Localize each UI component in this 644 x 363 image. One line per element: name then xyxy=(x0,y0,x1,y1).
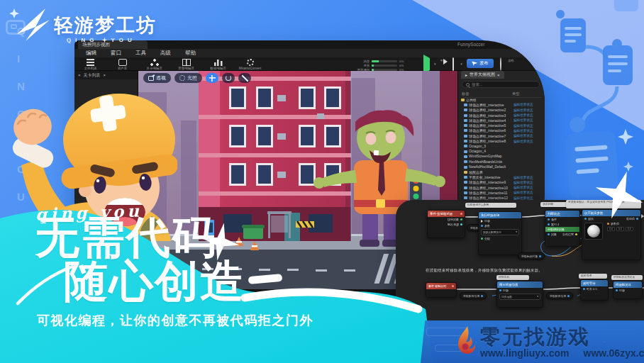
toolbar-button-label: 数据编辑器 xyxy=(202,67,234,70)
outliner-item-name: 球场边界组_interactive7 xyxy=(469,134,512,138)
outliner-row[interactable]: 平面反射_interactive编辑世界状态 xyxy=(460,174,543,179)
cube-icon xyxy=(464,135,467,138)
stop-dropdown-caret[interactable]: ▾ xyxy=(460,62,462,66)
move-icon xyxy=(209,75,216,82)
toolbar-button[interactable]: 关卡编辑器 xyxy=(138,57,170,70)
toolbar-button-label: 关卡编辑器 xyxy=(138,67,170,70)
getter-pill-node[interactable]: 获取配置信息 xyxy=(460,292,487,299)
toolbar-button[interactable]: 数据编辑器 xyxy=(202,57,234,70)
lighting-pill[interactable]: 光照 xyxy=(174,73,202,83)
outliner-row[interactable]: 球场边界组_interactive8编辑世界状态 xyxy=(460,138,543,143)
scale-tool[interactable] xyxy=(238,73,251,83)
watermark-url[interactable]: www.lingliuyx.com xyxy=(480,347,570,359)
node-comment-bubble: 技能表现节点配置 xyxy=(465,203,516,208)
outliner-row[interactable]: WindScreenGymMap xyxy=(460,154,543,159)
menu-item[interactable]: 工具 xyxy=(135,50,146,57)
toolbar-button-label: MixamoConvert xyxy=(234,67,266,70)
menu-item[interactable]: 编辑 xyxy=(86,50,96,57)
outliner-row[interactable]: 地图边界 xyxy=(460,169,543,174)
action-node[interactable]: 执行移除表现 目标 参数 按默认配置执行▾ 分组 xyxy=(478,211,522,255)
flame-logo-icon xyxy=(456,326,477,354)
outliner-item-name: NewAdHocWall_Default xyxy=(469,165,512,169)
cube-icon xyxy=(464,145,467,147)
toolbar-buttons: 文件列表资产库关卡编辑器界面编辑器数据编辑器MixamoConvert xyxy=(74,57,266,70)
outliner-row[interactable]: Octagon_3 xyxy=(460,144,543,149)
brand-name: 轻游梦工坊 xyxy=(54,13,157,38)
outliner-row[interactable]: 球场边界组_interactive9编辑世界状态 xyxy=(460,180,543,185)
cube-icon xyxy=(464,114,467,117)
performance-stats: 内存0%变形0%图形调用0% xyxy=(350,59,418,72)
brand-subtitle: QING YOU xyxy=(67,37,136,43)
material-value-box[interactable]: 0.0 xyxy=(626,227,633,231)
headline-line2: 随心创造 xyxy=(64,259,245,303)
outliner-row[interactable]: 球场边界组_interactive11编辑世界状态 xyxy=(460,190,543,195)
debug-icon xyxy=(500,57,501,71)
rotate-tool[interactable] xyxy=(222,73,235,83)
outliner-row[interactable]: 球场边界组_interactive7编辑世界状态 xyxy=(460,133,543,138)
caret-right-icon: ▸ xyxy=(465,72,467,77)
outliner-row[interactable]: 球场边界组_interactive6编辑世界状态 xyxy=(460,128,543,133)
outliner-row[interactable]: 球场边界组_interactive10编辑世界状态 xyxy=(460,185,543,190)
toolbar-button[interactable]: 界面编辑器 xyxy=(170,57,202,70)
delay-node[interactable]: 延时等待 时长 0.5 xyxy=(580,279,609,301)
rotate-icon xyxy=(226,75,231,81)
material-values[interactable]: 0.00.00.0 xyxy=(605,226,640,232)
vertical-letter: I xyxy=(17,53,26,64)
outliner-row[interactable]: 球场边界组_interactive5编辑世界状态 xyxy=(460,123,543,128)
outliner-row[interactable]: 球场边界组_interactive4编辑世界状态 xyxy=(460,118,543,123)
outliner-row[interactable]: NewAdHocWall_Default xyxy=(460,164,543,169)
toolbar-button[interactable]: 资产库 xyxy=(106,57,138,70)
lighting-icon xyxy=(179,75,185,81)
outliner-item-name: 球场边界组_interactive3 xyxy=(469,113,512,118)
getter-pill-node[interactable]: 获取触发对象 xyxy=(518,252,545,259)
outliner-row[interactable]: 球场边界组_interactive2编辑世界状态 xyxy=(460,108,543,113)
cube-icon xyxy=(464,150,467,153)
outliner-item-name: Octagon_4 xyxy=(469,150,512,153)
outliner-item-type: 编辑世界状态 xyxy=(513,134,543,138)
stop-icon xyxy=(453,57,454,71)
cube-icon xyxy=(464,104,467,106)
outliner-item-name: WindScreenGymMap xyxy=(469,155,512,158)
cube-icon xyxy=(464,176,467,179)
getter-pill-node[interactable]: 获取配置信息 xyxy=(546,292,573,299)
menu-item[interactable]: 高级 xyxy=(160,50,171,57)
animation-node[interactable]: 播放移除动画 目标 消失动画▾ xyxy=(496,281,543,308)
outliner-row[interactable]: 球场边界组_interactive3编辑世界状态 xyxy=(460,113,543,118)
folder-icon xyxy=(461,99,465,101)
outliner-item-name: 平面反射_interactive xyxy=(469,175,512,179)
nodes-icon xyxy=(150,59,159,66)
outliner-item-name: Octagon_3 xyxy=(469,145,512,148)
branch-node[interactable]: 判断状态 条件 索引 4 获取绑定对象 对象当前位置 xyxy=(545,210,580,247)
menu-item[interactable]: 帮助 xyxy=(185,50,196,57)
brand-logo: 轻游梦工坊 QING YOU xyxy=(10,4,223,50)
watermark-url[interactable]: www.06zyx.com xyxy=(584,347,644,359)
outliner-row[interactable]: HexMeshBoardsUnits xyxy=(460,160,543,164)
menu-item[interactable]: 窗口 xyxy=(111,50,121,57)
box-icon xyxy=(118,59,127,66)
outliner-search-input[interactable]: 搜索... xyxy=(462,81,540,88)
stat-bar xyxy=(372,65,397,67)
material-value-box[interactable]: 0.0 xyxy=(607,227,615,231)
cube-icon xyxy=(464,160,467,163)
stage: QINGYOU 轻游梦工坊 QING YOU 场景同步视图 FunnySocce… xyxy=(0,0,644,363)
remove-node[interactable]: 移除触发器 目标 xyxy=(613,281,643,299)
material-value-box[interactable]: 0.0 xyxy=(616,227,624,231)
outliner-tab[interactable]: ▸ 世界大纲视图 × xyxy=(461,71,504,79)
close-icon[interactable]: × xyxy=(497,73,500,77)
folder-icon xyxy=(464,171,467,174)
cube-icon xyxy=(464,166,467,169)
step-button[interactable]: 单步 xyxy=(440,58,446,62)
play-dropdown-caret[interactable]: ▾ xyxy=(434,62,436,66)
material-node[interactable]: 设置材质参数 材质 返回值 参数值 0.00.00.0 xyxy=(582,209,641,260)
publish-button[interactable]: 发布 xyxy=(467,59,494,68)
toolbar-button[interactable]: 文件列表 xyxy=(74,57,106,70)
outliner-row[interactable]: 公共组 xyxy=(460,97,543,102)
move-tool[interactable] xyxy=(206,73,218,83)
node-comment-bubble: 移除流程 xyxy=(496,275,529,280)
outliner-row[interactable]: Octagon_4 xyxy=(460,149,543,154)
outliner-item-type: 编辑世界状态 xyxy=(513,191,543,194)
outliner-item-name: 公共组 xyxy=(466,98,512,102)
toolbar-button[interactable]: MixamoConvert xyxy=(234,57,266,70)
save-button[interactable]: 存档 xyxy=(508,58,513,62)
outliner-row[interactable]: 球场边界组_interactive编辑世界状态 xyxy=(460,102,543,107)
